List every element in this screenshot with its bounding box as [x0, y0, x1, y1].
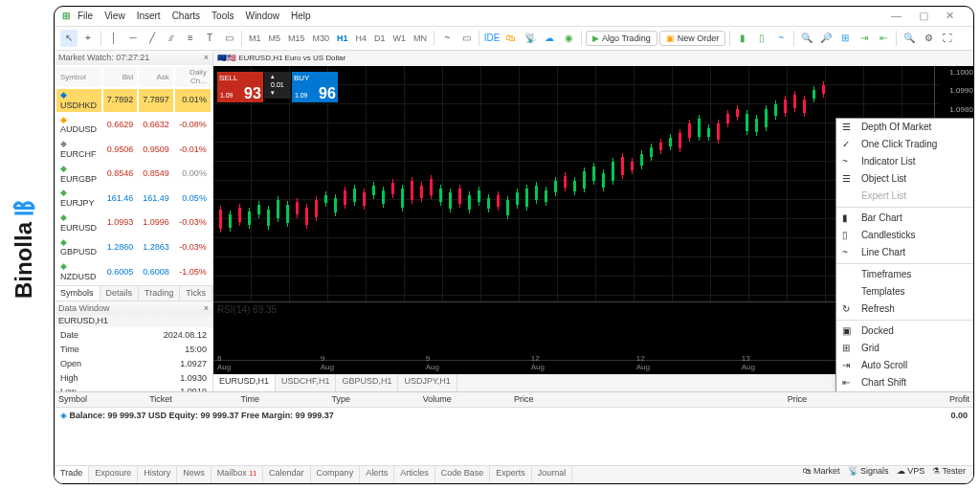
text-tool[interactable]: T [201, 30, 218, 47]
tf-mn[interactable]: MN [411, 33, 430, 44]
menu-file[interactable]: File [78, 11, 93, 22]
crosshair-tool[interactable]: + [79, 30, 97, 47]
table-row[interactable]: ◆ USDHKD7.78927.78970.01% [56, 89, 211, 112]
context-item[interactable]: ⇥Auto Scroll [836, 357, 973, 374]
table-row[interactable]: ◆ EURGBP0.85460.85490.00% [56, 163, 211, 186]
zoomout-icon[interactable]: 🔎 [817, 30, 835, 47]
tf-m15[interactable]: M15 [285, 33, 308, 44]
vps-icon[interactable]: ☁ [541, 30, 558, 47]
tf-d1[interactable]: D1 [371, 33, 389, 44]
context-item[interactable]: ☰Depth Of MarketAlt+B [836, 119, 973, 136]
sell-button[interactable]: SELL1.0993 [217, 72, 263, 102]
status-signals[interactable]: 📡 Signals [848, 466, 889, 483]
menu-charts[interactable]: Charts [172, 11, 200, 22]
objects-icon[interactable]: ▭ [457, 30, 475, 47]
tab-calendar[interactable]: Calendar [263, 466, 311, 483]
context-item[interactable]: Templates [836, 283, 973, 301]
tab-articles[interactable]: Articles [394, 466, 435, 483]
algo-trading-button[interactable]: ▶Algo Trading [586, 31, 657, 47]
lot-input[interactable]: ▴0.01▾ [264, 72, 291, 99]
vline-tool[interactable]: │ [105, 30, 122, 47]
search-icon[interactable]: 🔍 [901, 30, 918, 47]
zoomin-icon[interactable]: 🔍 [798, 30, 815, 47]
tf-m5[interactable]: M5 [266, 33, 284, 44]
context-item[interactable]: ⇤Chart Shift [836, 374, 973, 391]
context-menu: ☰Depth Of MarketAlt+B✓One Click TradingA… [835, 118, 973, 391]
hline-tool[interactable]: ─ [124, 30, 142, 47]
tab-company[interactable]: Company [311, 466, 361, 483]
market-icon[interactable]: 🛍 [502, 30, 520, 47]
menu-view[interactable]: View [104, 11, 125, 22]
context-item[interactable]: ✓One Click TradingAlt+T [836, 136, 973, 153]
close-icon[interactable]: × [204, 303, 209, 314]
tab-exposure[interactable]: Exposure [89, 466, 138, 483]
trendline-tool[interactable]: ╱ [144, 30, 161, 47]
context-item[interactable]: ~Indicator ListCtrl+I [836, 153, 973, 170]
table-row[interactable]: ◆ GBPUSD1.28601.2863-0.03% [56, 236, 211, 259]
tf-h1[interactable]: H1 [334, 33, 351, 44]
menu-insert[interactable]: Insert [137, 11, 161, 22]
table-row[interactable]: ◆ EURCHF0.95060.9509-0.01% [56, 138, 211, 161]
shapes-tool[interactable]: ▭ [220, 30, 237, 47]
tab-symbols[interactable]: Symbols [55, 286, 100, 301]
close-icon[interactable]: × [204, 53, 209, 63]
candles-icon[interactable]: ▯ [753, 30, 770, 47]
tab-trade[interactable]: Trade [55, 466, 89, 483]
tab-codebase[interactable]: Code Base [435, 466, 491, 483]
tab-history[interactable]: History [138, 466, 177, 483]
tab-details[interactable]: Details [100, 286, 140, 301]
signals-icon[interactable]: 📡 [522, 30, 539, 47]
channel-tool[interactable]: ⫽ [163, 30, 180, 47]
table-row[interactable]: ◆ EURJPY161.46161.490.05% [56, 187, 211, 210]
table-row[interactable]: ◆ AUDUSD0.66290.6632-0.08% [56, 114, 211, 137]
tab-alerts[interactable]: Alerts [360, 466, 394, 483]
grid-icon[interactable]: ⊞ [836, 30, 854, 47]
menu-window[interactable]: Window [245, 11, 279, 22]
tab-journal[interactable]: Journal [532, 466, 573, 483]
table-row[interactable]: ◆ NZDUSD0.60050.6008-1.05% [56, 260, 211, 283]
status-vps[interactable]: ☁ VPS [897, 466, 925, 483]
tab-trading[interactable]: Trading [139, 286, 180, 301]
mql-icon[interactable]: ◉ [560, 30, 577, 47]
chart-area[interactable]: 🇪🇺🇺🇸 EURUSD,H1 Euro vs US Dollar SELL1.0… [213, 51, 973, 391]
fib-tool[interactable]: ≡ [182, 30, 199, 47]
context-item[interactable]: ↻Refresh [836, 301, 973, 318]
tab-mailbox[interactable]: Mailbox 11 [212, 466, 263, 483]
context-item[interactable]: Expert ListAlt+X [836, 188, 973, 205]
tf-h4[interactable]: H4 [353, 33, 370, 44]
buy-button[interactable]: BUY1.0996 [292, 72, 338, 102]
tab-ticks[interactable]: Ticks [180, 286, 212, 301]
table-row[interactable]: ◆ EURUSD1.09931.0996-0.03% [56, 212, 211, 234]
shift-icon[interactable]: ⇤ [875, 30, 892, 47]
line-icon[interactable]: ~ [772, 30, 790, 47]
tf-m1[interactable]: M1 [246, 33, 264, 44]
indicator-icon[interactable]: ~ [438, 30, 456, 47]
context-item[interactable]: ▮Bar ChartAlt+1 [836, 210, 973, 227]
tf-m30[interactable]: M30 [310, 33, 333, 44]
tab-experts[interactable]: Experts [490, 466, 532, 483]
bars-icon[interactable]: ▮ [734, 30, 751, 47]
context-item[interactable]: ⊞GridCtrl+G [836, 340, 973, 357]
tf-w1[interactable]: W1 [390, 33, 410, 44]
fullscreen-icon[interactable]: ⛶ [939, 30, 956, 47]
autoscroll-icon[interactable]: ⇥ [856, 30, 873, 47]
toolbar: ↖ + │ ─ ╱ ⫽ ≡ T ▭ M1 M5 M15 M30 H1 H4 D1… [55, 27, 973, 51]
status-tester[interactable]: ⚗ Tester [932, 466, 966, 483]
status-market[interactable]: 🛍 Market [803, 466, 840, 483]
tab-news[interactable]: News [177, 466, 212, 483]
context-item[interactable]: ☰Object ListCtrl+B [836, 170, 973, 188]
maximize-button[interactable]: ▢ [919, 10, 928, 22]
cursor-tool[interactable]: ↖ [60, 30, 78, 47]
context-item[interactable]: ▯CandlesticksAlt+2 [836, 227, 973, 244]
ide-icon[interactable]: IDE [483, 30, 501, 47]
context-item[interactable]: ~Line ChartAlt+3 [836, 244, 973, 261]
data-row: Open1.0927 [56, 358, 211, 370]
context-item[interactable]: Timeframes [836, 266, 973, 283]
menu-help[interactable]: Help [291, 11, 311, 22]
close-button[interactable]: ✕ [946, 10, 954, 22]
new-order-button[interactable]: ▣New Order [659, 31, 726, 47]
menu-tools[interactable]: Tools [212, 11, 234, 22]
minimize-button[interactable]: — [891, 10, 902, 22]
context-item[interactable]: ▣DockedAlt+D [836, 323, 973, 340]
settings-icon[interactable]: ⚙ [920, 30, 937, 47]
